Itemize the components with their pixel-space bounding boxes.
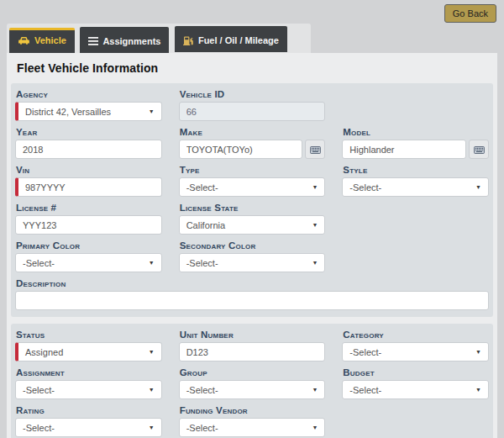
chevron-down-icon: ▼ (149, 387, 155, 393)
tab-label: Vehicle (34, 35, 66, 45)
field-vin: Vin (15, 165, 162, 197)
primary-color-select[interactable]: -Select- ▼ (15, 253, 162, 272)
field-category: Category -Select- ▼ (342, 330, 489, 361)
chevron-down-icon: ▼ (475, 349, 481, 355)
year-label: Year (16, 127, 162, 137)
field-budget: Budget -Select- ▼ (342, 367, 489, 399)
make-keyboard-button[interactable] (305, 140, 325, 159)
main-panel: Fleet Vehicle Information Agency Distric… (7, 53, 497, 438)
model-keyboard-button[interactable] (469, 140, 489, 159)
category-value: -Select- (349, 347, 381, 357)
tab-vehicle[interactable]: Vehicle (9, 28, 75, 53)
status-label: Status (16, 330, 162, 340)
chevron-down-icon: ▼ (475, 387, 481, 393)
license-state-label: License State (180, 203, 326, 213)
primary-color-value: -Select- (23, 258, 55, 268)
car-icon (18, 36, 30, 45)
style-value: -Select- (349, 182, 381, 193)
license-number-input[interactable] (15, 215, 162, 235)
type-select[interactable]: -Select- ▼ (179, 177, 326, 197)
tab-container: Vehicle Assignments Fuel / Oil / Mileage (7, 24, 311, 53)
agency-value: District 42, Versailles (25, 107, 111, 117)
group-select[interactable]: -Select- ▼ (179, 380, 326, 399)
field-group: Group -Select- ▼ (179, 367, 326, 399)
field-rating: Rating -Select- ▼ (15, 405, 162, 437)
secondary-color-label: Secondary Color (180, 240, 326, 251)
rating-select[interactable]: -Select- ▼ (15, 418, 162, 437)
field-license-state: License State California ▼ (179, 203, 326, 235)
tab-fuel-oil-mileage[interactable]: Fuel / Oil / Mileage (175, 26, 287, 52)
vehicle-id-input (179, 102, 326, 121)
status-value: Assigned (25, 347, 63, 357)
license-number-label: License # (16, 203, 162, 213)
fuel-pump-icon (183, 36, 194, 45)
field-status: Status Assigned ▼ (15, 330, 162, 361)
field-style: Style -Select- ▼ (342, 165, 489, 197)
vin-input[interactable] (15, 177, 162, 197)
chevron-down-icon: ▼ (149, 425, 155, 430)
field-license-number: License # (15, 203, 162, 235)
description-input[interactable] (15, 291, 489, 310)
assignment-select[interactable]: -Select- ▼ (15, 380, 162, 399)
field-secondary-color: Secondary Color -Select- ▼ (179, 240, 326, 272)
assignment-value: -Select- (23, 385, 55, 395)
type-value: -Select- (186, 182, 218, 193)
funding-vendor-select[interactable]: -Select- ▼ (179, 418, 326, 437)
field-model: Model (342, 127, 489, 159)
field-description: Description (15, 278, 489, 310)
category-select[interactable]: -Select- ▼ (342, 342, 489, 361)
budget-select[interactable]: -Select- ▼ (342, 380, 489, 399)
style-select[interactable]: -Select- ▼ (342, 177, 489, 197)
field-vehicle-id: Vehicle ID (179, 89, 326, 121)
chevron-down-icon: ▼ (149, 260, 155, 266)
field-year: Year (15, 127, 162, 159)
list-icon (88, 37, 98, 45)
rating-label: Rating (16, 405, 162, 415)
field-unit-number: Unit Number (179, 330, 326, 361)
field-assignment: Assignment -Select- ▼ (15, 367, 162, 399)
rating-value: -Select- (23, 423, 55, 433)
tab-label: Fuel / Oil / Mileage (198, 35, 279, 45)
style-label: Style (343, 165, 489, 175)
go-back-button[interactable]: Go Back (444, 4, 496, 23)
category-label: Category (343, 330, 489, 340)
status-select[interactable]: Assigned ▼ (15, 342, 162, 361)
agency-label: Agency (16, 89, 162, 99)
budget-label: Budget (343, 367, 489, 377)
budget-value: -Select- (349, 385, 381, 395)
assignment-label: Assignment (16, 367, 162, 377)
secondary-color-value: -Select- (186, 258, 218, 268)
field-funding-vendor: Funding Vendor -Select- ▼ (179, 405, 326, 437)
chevron-down-icon: ▼ (312, 184, 318, 190)
type-label: Type (180, 165, 326, 175)
vehicle-identity-section: Agency District 42, Versailles ▼ Vehicle… (11, 83, 493, 317)
tab-assignments[interactable]: Assignments (80, 27, 169, 53)
field-make: Make (179, 127, 326, 159)
group-value: -Select- (186, 385, 218, 395)
make-input[interactable] (179, 140, 303, 159)
chevron-down-icon: ▼ (312, 260, 318, 266)
secondary-color-select[interactable]: -Select- ▼ (179, 253, 326, 272)
status-purchase-section: Status Assigned ▼ Unit Number Category -… (11, 324, 493, 438)
vin-label: Vin (16, 165, 162, 175)
make-label: Make (180, 127, 326, 137)
group-label: Group (180, 367, 326, 377)
funding-vendor-label: Funding Vendor (180, 405, 326, 415)
primary-color-label: Primary Color (16, 240, 162, 251)
model-input[interactable] (342, 140, 466, 159)
chevron-down-icon: ▼ (312, 387, 318, 393)
license-state-select[interactable]: California ▼ (179, 215, 326, 235)
chevron-down-icon: ▼ (312, 222, 318, 228)
year-input[interactable] (15, 140, 162, 159)
tab-bar: Vehicle Assignments Fuel / Oil / Mileage (7, 0, 504, 53)
page-title: Fleet Vehicle Information (11, 53, 493, 83)
funding-vendor-value: -Select- (186, 423, 218, 433)
description-label: Description (16, 278, 489, 288)
field-primary-color: Primary Color -Select- ▼ (15, 240, 162, 272)
field-agency: Agency District 42, Versailles ▼ (15, 89, 162, 121)
agency-select[interactable]: District 42, Versailles ▼ (15, 102, 162, 121)
unit-number-label: Unit Number (180, 330, 326, 340)
model-label: Model (343, 127, 489, 137)
license-state-value: California (186, 220, 225, 230)
unit-number-input[interactable] (179, 342, 326, 361)
